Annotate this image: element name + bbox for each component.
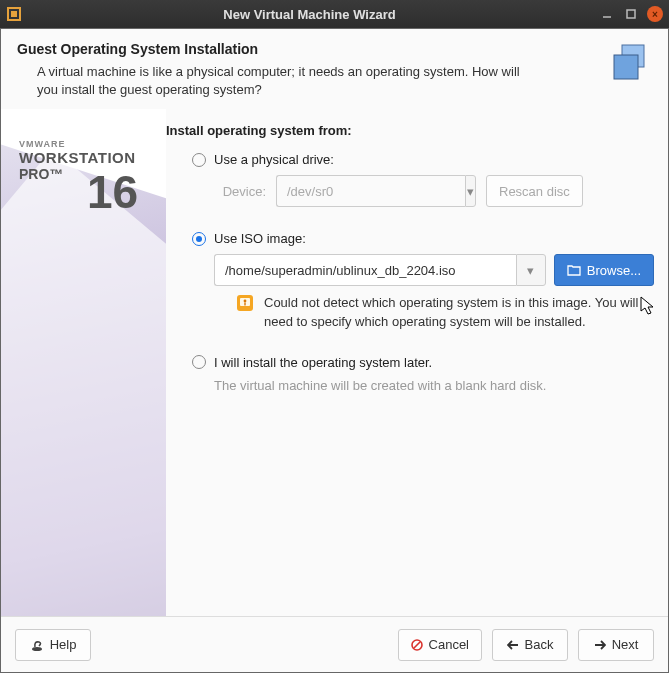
svg-rect-8	[244, 303, 245, 306]
radio-later[interactable]	[192, 355, 206, 369]
iso-warning-text: Could not detect which operating system …	[264, 294, 654, 330]
next-button[interactable]: Next	[578, 629, 654, 661]
arrow-right-icon	[594, 639, 606, 651]
later-hint: The virtual machine will be created with…	[192, 378, 654, 393]
minimize-icon[interactable]	[599, 6, 615, 22]
wizard-header: Guest Operating System Installation A vi…	[1, 29, 668, 109]
brand-sidebar: VMWARE WORKSTATION PRO™ 16	[1, 109, 166, 616]
radio-iso-label[interactable]: Use ISO image:	[214, 231, 306, 246]
page-subtitle: A virtual machine is like a physical com…	[17, 63, 537, 99]
maximize-icon[interactable]	[623, 6, 639, 22]
brand-vendor: VMWARE	[19, 139, 136, 149]
brand-product: WORKSTATION	[19, 149, 136, 166]
chevron-down-icon: ▾	[465, 175, 476, 207]
arrow-left-icon	[507, 639, 519, 651]
chevron-down-icon[interactable]: ▾	[516, 254, 546, 286]
help-icon	[30, 638, 44, 652]
option-physical-drive[interactable]: Use a physical drive: Device: ▾ Rescan d…	[166, 152, 654, 207]
cancel-icon	[411, 639, 423, 651]
wizard-footer: Help Cancel Back Next	[1, 616, 668, 672]
back-button[interactable]: Back	[492, 629, 568, 661]
device-label: Device:	[214, 184, 266, 199]
option-install-later[interactable]: I will install the operating system late…	[166, 355, 654, 393]
radio-physical-label[interactable]: Use a physical drive:	[214, 152, 334, 167]
close-icon[interactable]: ×	[647, 6, 663, 22]
rescan-button: Rescan disc	[486, 175, 583, 207]
help-button[interactable]: Help	[15, 629, 91, 661]
form-heading: Install operating system from:	[166, 123, 654, 138]
option-iso-image[interactable]: Use ISO image: ▾ Browse...	[166, 231, 654, 330]
svg-point-9	[32, 647, 42, 651]
radio-later-label[interactable]: I will install the operating system late…	[214, 355, 432, 370]
window-title: New Virtual Machine Wizard	[28, 7, 591, 22]
device-select	[276, 175, 465, 207]
svg-rect-4	[614, 55, 638, 79]
radio-physical[interactable]	[192, 153, 206, 167]
browse-button[interactable]: Browse...	[554, 254, 654, 286]
svg-line-11	[414, 642, 420, 648]
page-title: Guest Operating System Installation	[17, 41, 598, 63]
cancel-button[interactable]: Cancel	[398, 629, 482, 661]
brand-version: 16	[87, 165, 138, 219]
warning-icon	[236, 294, 254, 312]
header-vm-icon	[608, 41, 652, 85]
radio-iso[interactable]	[192, 232, 206, 246]
app-icon	[6, 6, 22, 22]
svg-point-7	[244, 300, 247, 303]
titlebar: New Virtual Machine Wizard ×	[0, 0, 669, 28]
iso-path-input[interactable]	[214, 254, 516, 286]
svg-rect-2	[627, 10, 635, 18]
folder-open-icon	[567, 263, 581, 277]
svg-rect-1	[11, 11, 17, 17]
